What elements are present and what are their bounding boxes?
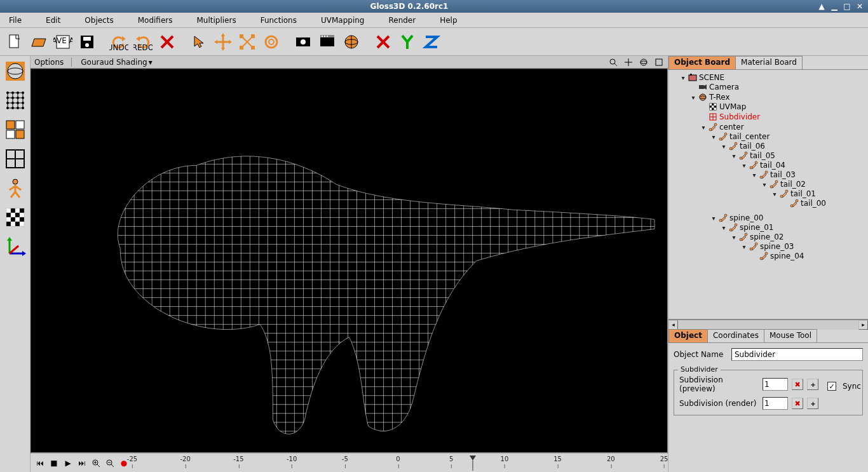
skin-mode-button[interactable] xyxy=(1,174,29,202)
stop-button[interactable]: ■ xyxy=(48,457,60,469)
tree-expand-icon[interactable]: ▾ xyxy=(741,162,747,169)
menu-modifiers[interactable]: Modifiers xyxy=(132,15,191,26)
timeline-playhead[interactable] xyxy=(470,455,476,471)
tree-node-label[interactable]: spine_00 xyxy=(729,213,763,222)
uvw-mode-button[interactable] xyxy=(1,203,29,231)
tree-node-label[interactable]: center xyxy=(719,123,744,131)
tree-expand-icon[interactable]: ▾ xyxy=(751,172,757,179)
tree-node-label[interactable]: Camera xyxy=(709,83,739,91)
tree-expand-icon[interactable]: ▾ xyxy=(710,133,717,140)
decrease-render-icon[interactable]: ✖ xyxy=(792,398,803,409)
tab-object-board[interactable]: Object Board xyxy=(668,56,736,69)
tree-node-label[interactable]: tail_01 xyxy=(790,189,816,198)
menu-uvmapping[interactable]: UVMapping xyxy=(315,15,383,26)
save-as-button[interactable]: SAVE AS xyxy=(51,30,75,54)
scroll-left-icon[interactable]: ◂ xyxy=(668,320,678,330)
tree-node-label[interactable]: tail_05 xyxy=(750,151,775,160)
tree-node-label[interactable]: tail_04 xyxy=(760,161,785,170)
menu-help[interactable]: Help xyxy=(433,15,475,26)
zoom-in-button[interactable] xyxy=(90,457,102,469)
tree-expand-icon[interactable]: ▾ xyxy=(690,94,696,101)
tree-expand-icon[interactable]: ▾ xyxy=(721,224,727,231)
window-close-icon[interactable]: ✕ xyxy=(854,2,865,11)
prop-tab-coordinates[interactable]: Coordinates xyxy=(707,329,764,342)
menu-edit[interactable]: Edit xyxy=(39,15,78,26)
decrease-preview-icon[interactable]: ✖ xyxy=(792,379,803,390)
tree-node-label[interactable]: SCENE xyxy=(699,73,724,82)
tree-expand-icon[interactable]: ▾ xyxy=(700,124,707,131)
edge-mode-button[interactable] xyxy=(1,116,29,144)
tree-node-label[interactable]: tail_06 xyxy=(740,142,765,151)
zoom-out-button[interactable] xyxy=(104,457,116,469)
render-view-button[interactable] xyxy=(291,30,315,54)
window-minimize-icon[interactable]: ▁ xyxy=(829,2,840,11)
first-frame-button[interactable]: ⏮ xyxy=(34,457,46,469)
object-mode-button[interactable] xyxy=(1,57,29,85)
move-button[interactable] xyxy=(211,30,235,54)
pan-icon[interactable] xyxy=(623,57,634,67)
zoom-icon[interactable] xyxy=(608,57,618,67)
tree-expand-icon[interactable]: ▾ xyxy=(741,243,747,250)
menu-multipliers[interactable]: Multipliers xyxy=(190,15,254,26)
prop-tab-mouse-tool[interactable]: Mouse Tool xyxy=(764,329,817,342)
tree-node-label[interactable]: T-Rex xyxy=(709,93,730,102)
tree-node-label[interactable]: spine_03 xyxy=(760,242,794,251)
orbit-icon[interactable] xyxy=(639,57,649,67)
maximize-icon[interactable] xyxy=(654,57,664,67)
make-editable-button[interactable] xyxy=(339,30,363,54)
window-maximize-icon[interactable]: □ xyxy=(841,2,853,11)
viewport-options-menu[interactable]: Options xyxy=(34,58,72,67)
undo-button[interactable]: UNDO xyxy=(107,30,131,54)
tree-node-label[interactable]: tail_center xyxy=(729,132,770,141)
delete-button[interactable] xyxy=(155,30,179,54)
scale-button[interactable] xyxy=(235,30,259,54)
render-final-button[interactable] xyxy=(315,30,339,54)
last-frame-button[interactable]: ⏭ xyxy=(76,457,88,469)
tree-h-scrollbar[interactable]: ◂ ▸ xyxy=(668,320,868,329)
object-name-input[interactable] xyxy=(731,348,863,361)
x-axis-button[interactable] xyxy=(371,30,395,54)
open-file-button[interactable] xyxy=(27,30,51,54)
z-axis-button[interactable] xyxy=(419,30,444,54)
rotate-button[interactable] xyxy=(259,30,283,54)
tree-node-label[interactable]: tail_03 xyxy=(770,170,796,179)
scroll-right-icon[interactable]: ▸ xyxy=(858,320,868,330)
prop-tab-object[interactable]: Object xyxy=(668,329,708,342)
menu-objects[interactable]: Objects xyxy=(78,15,131,26)
increase-render-icon[interactable]: ＋ xyxy=(807,398,818,409)
tree-expand-icon[interactable]: ▾ xyxy=(680,74,686,81)
tree-node-label[interactable]: tail_00 xyxy=(801,199,826,208)
face-mode-button[interactable] xyxy=(1,145,29,173)
pick-button[interactable] xyxy=(187,30,211,54)
timeline-ruler[interactable]: -25-20-15-10-50510152025 xyxy=(132,455,664,471)
scene-tree[interactable]: ▾SCENECamera▾T-RexUVMapSubdivider▾center… xyxy=(668,70,868,320)
tree-node-label[interactable]: UVMap xyxy=(719,102,746,111)
window-rollup-icon[interactable]: ▲ xyxy=(816,2,827,11)
tree-expand-icon[interactable]: ▾ xyxy=(761,181,768,188)
viewport-3d[interactable] xyxy=(31,69,668,453)
increase-preview-icon[interactable]: ＋ xyxy=(807,379,818,390)
tree-expand-icon[interactable]: ▾ xyxy=(721,143,727,150)
redo-button[interactable]: REDO xyxy=(131,30,155,54)
y-axis-button[interactable] xyxy=(395,30,419,54)
tree-expand-icon[interactable]: ▾ xyxy=(710,215,717,222)
tree-node-label[interactable]: spine_04 xyxy=(770,252,804,260)
tree-node-label[interactable]: Subdivider xyxy=(719,112,760,121)
tree-node-label[interactable]: tail_02 xyxy=(780,180,806,189)
sub-render-input[interactable] xyxy=(763,397,788,410)
new-file-button[interactable] xyxy=(3,30,27,54)
tree-node-label[interactable]: spine_01 xyxy=(740,223,773,232)
tree-expand-icon[interactable]: ▾ xyxy=(731,152,737,159)
save-button[interactable] xyxy=(75,30,99,54)
tree-expand-icon[interactable]: ▾ xyxy=(771,191,778,198)
play-button[interactable]: ▶ xyxy=(62,457,74,469)
tree-expand-icon[interactable]: ▾ xyxy=(731,234,737,241)
shading-selector[interactable]: Gouraud Shading ▾ xyxy=(77,58,156,67)
sync-checkbox[interactable]: ✓ xyxy=(827,382,836,391)
menu-render[interactable]: Render xyxy=(382,15,433,26)
vertex-mode-button[interactable] xyxy=(1,86,29,114)
tree-node-label[interactable]: spine_02 xyxy=(750,233,783,241)
sub-preview-input[interactable] xyxy=(763,378,788,391)
axis-mode-button[interactable] xyxy=(1,233,29,260)
menu-file[interactable]: File xyxy=(3,15,39,26)
